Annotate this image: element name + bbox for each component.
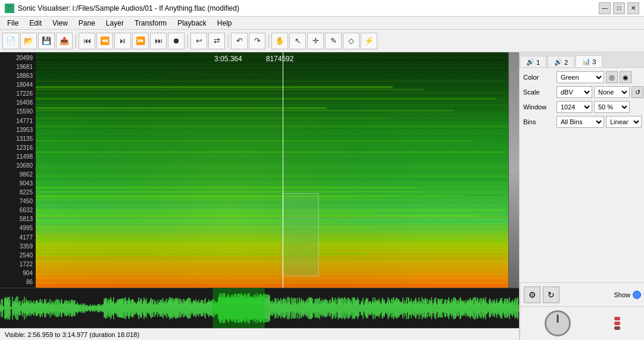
bottom-right-panel: ⚙ ↻ Show xyxy=(520,282,644,340)
color-btn-1[interactable]: ◎ xyxy=(606,71,618,83)
bins-row: Bins All Bins Selected Linear Log Mel xyxy=(523,116,640,128)
y-label-25: 904 xyxy=(1,270,35,276)
title-bar: 🎵 Sonic Visualiser: i:/Files/Sample Audi… xyxy=(0,0,644,17)
toolbar-sep-4 xyxy=(267,33,270,49)
scale-row: Scale dBV dBFS Linear None Global Window… xyxy=(523,86,640,98)
show-toggle[interactable] xyxy=(633,291,641,299)
menu-transform[interactable]: Transform xyxy=(130,18,171,29)
shuffle-button[interactable]: ⇄ xyxy=(208,33,225,49)
mini-dot-1 xyxy=(614,317,620,320)
rewind-button[interactable]: ⏪ xyxy=(96,33,113,49)
tab-1-label: 1 xyxy=(536,59,540,66)
minimize-button[interactable]: — xyxy=(599,2,611,14)
record-button[interactable]: ⏺ xyxy=(168,33,185,49)
move-tool[interactable]: ✛ xyxy=(307,33,324,49)
bins-label: Bins xyxy=(523,118,554,125)
loop-button[interactable]: ↩ xyxy=(190,33,207,49)
right-tabs[interactable]: 🔊 1 🔊 2 📊 3 xyxy=(520,52,644,68)
time-info: 3:05.364 8174592 xyxy=(214,55,293,63)
color-select[interactable]: Green Blue Red Orange xyxy=(557,71,604,83)
spectrogram-wrapper[interactable]: 20499 19681 18863 18044 17226 16408 1559… xyxy=(0,52,519,288)
bins-select[interactable]: All Bins Selected xyxy=(557,116,604,128)
tab-2-icon: 🔊 xyxy=(554,58,562,66)
bins-control: All Bins Selected Linear Log Mel xyxy=(557,116,642,128)
y-label-15: 9043 xyxy=(1,180,35,187)
play-pause-button[interactable]: ⏯ xyxy=(114,33,131,49)
window-size-select[interactable]: 256 512 1024 2048 4096 xyxy=(557,101,592,113)
speed-dial[interactable] xyxy=(545,310,571,336)
speed-dial-area xyxy=(520,307,644,340)
y-label-13: 10680 xyxy=(1,162,35,169)
tab-3[interactable]: 📊 3 xyxy=(576,55,602,67)
color-row: Color Green Blue Red Orange ◎ ◉ xyxy=(523,71,640,83)
app-icon: 🎵 xyxy=(5,4,14,13)
tab-3-label: 3 xyxy=(592,58,596,65)
redo-button[interactable]: ↷ xyxy=(249,33,265,49)
fast-forward-button[interactable]: ⏩ xyxy=(132,33,149,49)
measure-tool[interactable]: ⚡ xyxy=(361,33,377,49)
y-label-7: 15590 xyxy=(1,108,35,115)
waveform-area[interactable] xyxy=(0,288,519,328)
main-area: 20499 19681 18863 18044 17226 16408 1559… xyxy=(0,52,644,340)
cursor-sample: 8174592 xyxy=(266,55,294,63)
window-control: 256 512 1024 2048 4096 0 % 25 % 50 % 75 … xyxy=(557,101,640,113)
y-label-21: 4177 xyxy=(1,234,35,241)
color-control: Green Blue Red Orange ◎ ◉ xyxy=(557,71,640,83)
rewind-start-button[interactable]: ⏮ xyxy=(79,33,95,49)
y-label-6: 16408 xyxy=(1,99,35,106)
open-button[interactable]: 📂 xyxy=(20,33,37,49)
maximize-button[interactable]: □ xyxy=(613,2,625,14)
y-label-2: 19681 xyxy=(1,64,35,70)
title-controls[interactable]: — □ ✕ xyxy=(599,2,639,14)
window-title: Sonic Visualiser: i:/Files/Sample Audios… xyxy=(18,4,239,12)
tab-2[interactable]: 🔊 2 xyxy=(548,56,574,67)
scale-label: Scale xyxy=(523,89,554,96)
navigate-tool[interactable]: ✋ xyxy=(271,33,288,49)
bins-scale-select[interactable]: Linear Log Mel xyxy=(606,116,642,128)
menu-view[interactable]: View xyxy=(48,18,73,29)
tab-2-label: 2 xyxy=(564,59,568,66)
undo-button[interactable]: ↶ xyxy=(231,33,248,49)
spectrogram-canvas[interactable]: 3:05.364 8174592 xyxy=(36,52,519,288)
layer-controls: ⚙ ↻ Show xyxy=(520,283,644,307)
tab-1[interactable]: 🔊 1 xyxy=(520,56,546,67)
y-label-1: 20499 xyxy=(1,55,35,61)
close-button[interactable]: ✕ xyxy=(627,2,639,14)
new-button[interactable]: 📄 xyxy=(2,33,19,49)
y-axis: 20499 19681 18863 18044 17226 16408 1559… xyxy=(0,52,36,288)
layer-settings-button[interactable]: ⚙ xyxy=(524,287,540,303)
status-bar: Visible: 2:56.959 to 3:14.977 (duration … xyxy=(0,328,519,340)
scale-norm-select[interactable]: None Global Window xyxy=(594,86,630,98)
y-label-24: 1722 xyxy=(1,261,35,267)
toolbar-sep-1 xyxy=(74,33,77,49)
select-tool[interactable]: ↖ xyxy=(289,33,306,49)
mini-dot-2 xyxy=(614,322,620,325)
y-label-23: 2540 xyxy=(1,252,35,259)
menu-layer[interactable]: Layer xyxy=(101,18,129,29)
color-btn-2[interactable]: ◉ xyxy=(620,71,632,83)
scale-btn[interactable]: ↺ xyxy=(632,86,643,98)
y-label-14: 9862 xyxy=(1,171,35,178)
export-button[interactable]: 📤 xyxy=(56,33,73,49)
menu-playback[interactable]: Playback xyxy=(173,18,211,29)
show-label: Show xyxy=(614,291,630,298)
menu-pane[interactable]: Pane xyxy=(74,18,100,29)
window-overlap-select[interactable]: 0 % 25 % 50 % 75 % xyxy=(594,101,630,113)
menu-bar: File Edit View Pane Layer Transform Play… xyxy=(0,17,644,30)
mini-icons xyxy=(614,317,620,330)
menu-edit[interactable]: Edit xyxy=(24,18,46,29)
draw-tool[interactable]: ✎ xyxy=(325,33,342,49)
menu-help[interactable]: Help xyxy=(212,18,237,29)
spectrogram-mini-scrollbar[interactable] xyxy=(508,52,519,288)
bottom-area xyxy=(0,288,519,328)
tab-1-icon: 🔊 xyxy=(526,58,534,66)
layer-cycle-button[interactable]: ↻ xyxy=(543,287,559,303)
y-label-16: 8225 xyxy=(1,189,35,196)
right-panel: 🔊 1 🔊 2 📊 3 Color Green Blue xyxy=(519,52,644,340)
save-button[interactable]: 💾 xyxy=(38,33,55,49)
erase-tool[interactable]: ◇ xyxy=(343,33,359,49)
y-label-20: 4995 xyxy=(1,225,35,231)
menu-file[interactable]: File xyxy=(2,18,23,29)
scale-select[interactable]: dBV dBFS Linear xyxy=(557,86,592,98)
forward-end-button[interactable]: ⏭ xyxy=(150,33,167,49)
